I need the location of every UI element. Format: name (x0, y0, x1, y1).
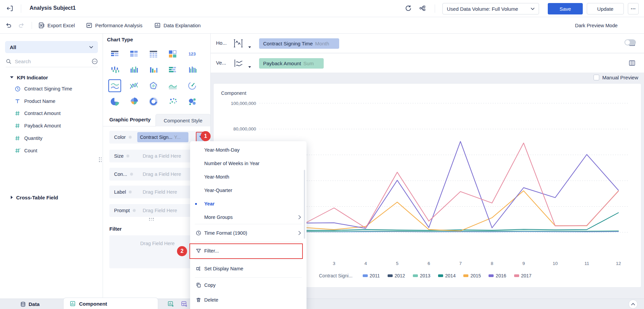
gear-icon[interactable] (132, 208, 137, 213)
chart-type-grouped-bar-icon[interactable] (128, 63, 140, 76)
legend-item-2013[interactable]: 2013 (413, 273, 430, 278)
svg-text:3: 3 (333, 261, 335, 266)
svg-text:100,000,000: 100,000,000 (231, 101, 256, 106)
menu-item-year[interactable]: Year (190, 197, 307, 210)
menu-item-copy[interactable]: Copy (190, 278, 307, 293)
legend-item-2016[interactable]: 2016 (489, 273, 506, 278)
save-button[interactable]: Save (548, 3, 583, 14)
menu-item-year-month[interactable]: Year-Month (190, 170, 307, 184)
chart-type-column-bar-icon[interactable] (147, 63, 160, 76)
chart-type-combo-bar-icon[interactable] (186, 63, 199, 76)
data-explanation-button[interactable]: Data Explanation (154, 17, 201, 34)
field-item-count[interactable]: *Count (0, 145, 103, 156)
ellipsis-circle-icon[interactable] (92, 58, 98, 65)
menu-item-number-of-weeks-in-year[interactable]: Number of Weeks in Year (190, 157, 307, 170)
tab-graphic-property[interactable]: Graphic Property (109, 117, 151, 122)
tab-component-style[interactable]: Component Style (155, 114, 211, 126)
add-component-icon[interactable] (168, 301, 174, 307)
chevron-right-icon (298, 231, 301, 235)
field-label: Quantity (24, 136, 42, 141)
gear-icon[interactable] (128, 190, 133, 194)
menu-item-delete[interactable]: Delete (190, 293, 307, 307)
chart-type-radar-icon[interactable] (147, 79, 160, 92)
tab-data[interactable]: Data (20, 299, 40, 309)
chart-type-kpi-card-icon[interactable]: 123 (186, 47, 199, 60)
menu-item-year-quarter[interactable]: Year-Quarter (190, 184, 307, 197)
chart-type-donut-icon[interactable] (147, 95, 160, 108)
board-icon[interactable] (629, 60, 636, 66)
search-bar[interactable]: Search (6, 56, 98, 67)
tree-group-cross-table-field[interactable]: Cross-Table Field (0, 192, 103, 203)
menu-item-filter[interactable]: Filter... (190, 242, 307, 260)
search-input[interactable]: Search (15, 59, 88, 64)
menu-scrollbar[interactable] (304, 170, 305, 239)
caret-down-icon[interactable] (248, 46, 251, 48)
field-item-contract-amount[interactable]: Contract Amount (0, 108, 103, 119)
legend-item-2017[interactable]: 2017 (514, 273, 532, 278)
chart-type-multi-line-icon[interactable] (128, 79, 140, 92)
chart-type-grouped-table-icon[interactable] (108, 47, 121, 60)
data-volume-select[interactable]: Used Data Volume: Full Volume (442, 3, 539, 14)
chart-type-line-icon[interactable] (108, 79, 121, 92)
horizontal-axis-icon[interactable] (233, 39, 244, 48)
chart-type-pie-icon[interactable] (108, 95, 121, 108)
chart-type-bubble-icon[interactable] (186, 95, 199, 108)
caret-down-icon[interactable] (248, 66, 251, 68)
legend-field-label: Contract Signi... (319, 273, 353, 278)
more-button[interactable]: ⋯ (628, 3, 639, 14)
dark-preview-toggle[interactable] (624, 39, 636, 45)
manual-preview-checkbox[interactable] (594, 75, 599, 80)
field-item-product-name[interactable]: Product Name (0, 95, 103, 107)
field-item-contract-signing-time[interactable]: Contract Signing Time (0, 83, 103, 94)
legend-items: 2011201220132014201520162017 (363, 273, 539, 278)
scope-select[interactable]: All (5, 41, 98, 53)
legend-item-2012[interactable]: 2012 (388, 273, 405, 278)
legend-item-2011[interactable]: 2011 (363, 273, 380, 278)
chart-type-stacked-hbar-icon[interactable] (166, 63, 179, 76)
svg-text:9: 9 (522, 261, 525, 266)
performance-analysis-button[interactable]: Performance Analysis (86, 17, 142, 34)
excel-icon (38, 22, 45, 29)
vertical-field-pill[interactable]: Payback Amount Sum (259, 58, 324, 69)
refresh-icon[interactable] (405, 5, 412, 12)
chart-type-scatter-icon[interactable] (166, 95, 179, 108)
menu-item-time-format-1900[interactable]: Time Format (1900) (190, 224, 307, 242)
chart-type-cross-table-icon[interactable] (128, 47, 140, 60)
chart-type-area-icon[interactable] (166, 79, 179, 92)
menu-item-more-groups[interactable]: More Groups (190, 210, 307, 224)
gear-icon[interactable] (126, 154, 130, 158)
color-field-pill[interactable]: Contract Sign... Y... (137, 132, 188, 142)
legend-item-2015[interactable]: 2015 (463, 273, 481, 278)
vertical-shelf: Ve... Payback Amount Sum (211, 53, 644, 73)
field-item-quantity[interactable]: Quantity (0, 132, 103, 144)
flow-icon[interactable] (419, 5, 426, 12)
add-dashboard-icon[interactable] (181, 301, 187, 307)
collapse-panel-button[interactable] (629, 300, 638, 309)
tab-data-label: Data (29, 301, 40, 307)
toolbar: Export Excel Performance Analysis Data E… (0, 17, 644, 34)
legend-item-2014[interactable]: 2014 (438, 273, 456, 278)
menu-item-set-display-name[interactable]: Set Display Name (190, 260, 307, 277)
gear-icon[interactable] (128, 135, 133, 140)
vertical-axis-icon[interactable] (233, 59, 244, 68)
redo-icon[interactable] (18, 22, 25, 29)
horizontal-field-pill[interactable]: Contract Signing Time Month (259, 38, 339, 49)
panel-resize-handle[interactable] (99, 157, 102, 163)
chart-type-rose-pie-icon[interactable] (128, 95, 140, 108)
undo-icon[interactable] (5, 22, 12, 29)
tab-component[interactable]: Component (63, 298, 158, 309)
chart-type-color-block-icon[interactable] (166, 47, 179, 60)
field-item-payback-amount[interactable]: Payback Amount (0, 120, 103, 131)
tree-group-kpi-indicator[interactable]: KPI Indicator (0, 72, 103, 83)
panel-resize-handle[interactable] (149, 218, 154, 221)
exit-icon[interactable] (6, 5, 13, 12)
gear-icon[interactable] (129, 172, 134, 177)
menu-item-year-month-day[interactable]: Year-Month-Day (190, 143, 307, 157)
horizontal-shelf: Ho... Contract Signing Time Month (211, 34, 644, 53)
chart-type-detail-table-icon[interactable] (147, 47, 160, 60)
svg-text:5: 5 (396, 261, 399, 266)
update-button[interactable]: Update (587, 3, 624, 14)
export-excel-button[interactable]: Export Excel (38, 17, 75, 34)
chart-type-paired-bar-icon[interactable] (108, 63, 121, 76)
chart-type-gauge-icon[interactable] (186, 79, 199, 92)
